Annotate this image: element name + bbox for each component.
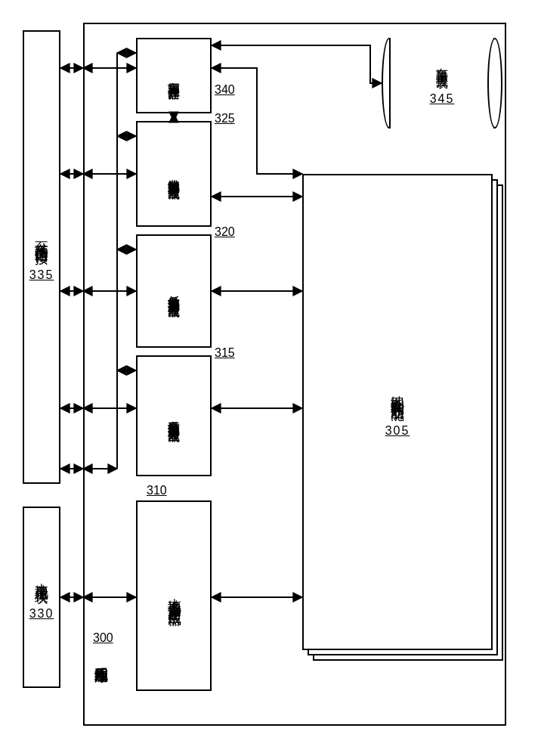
hq-touch-generator-num: 315: [215, 346, 235, 360]
lq-touch-generator-num: 320: [215, 225, 235, 239]
lq-touch-generator-label: 低质量车辆触摸屏用户界面生成器: [168, 286, 181, 297]
comm-interface-label: 至车辆的通信接口: [34, 231, 49, 243]
map-nav-label: 地图绘制和导航功能: [390, 385, 405, 398]
non-touch-generator-num: 325: [215, 112, 235, 125]
non-touch-generator-box: 非触摸屏车辆用户界面生成器: [136, 121, 212, 227]
diagram-canvas: 地图绘制应用程序 300 本地显示模块 330 至车辆的通信接口 335 地图绘…: [0, 0, 541, 756]
local-device-generator-num: 310: [147, 484, 167, 497]
local-display-module-label: 本地显示模块: [34, 572, 49, 581]
map-nav-num: 305: [385, 423, 410, 439]
vehicle-ui-selector-num: 340: [215, 83, 235, 97]
app-container-num: 300: [93, 631, 113, 645]
map-nav-box: 地图绘制和导航功能 305: [302, 174, 493, 650]
vehicle-ui-selector-box: 车辆用户界面选择器: [136, 38, 212, 113]
local-device-generator-label: 本地设备用户界面生成器: [167, 587, 182, 604]
lookup-table-label: 车辆显示查找表: [436, 58, 449, 69]
lq-touch-generator-box: 低质量车辆触摸屏用户界面生成器: [136, 234, 212, 348]
local-display-module-num: 330: [29, 606, 54, 622]
comm-interface-box: 至车辆的通信接口 335: [23, 30, 60, 484]
vehicle-ui-selector-label: 车辆用户界面选择器: [168, 73, 181, 79]
lookup-table-cylinder: 车辆显示查找表 345: [389, 38, 495, 129]
lookup-table-num: 345: [430, 91, 455, 107]
local-display-module-box: 本地显示模块 330: [23, 507, 60, 688]
local-device-generator-box: 本地设备用户界面生成器: [136, 500, 212, 691]
hq-touch-generator-label: 高质量车辆触摸屏用户界面生成器: [168, 411, 181, 422]
non-touch-generator-label: 非触摸屏车辆用户界面生成器: [168, 169, 181, 179]
comm-interface-num: 335: [29, 267, 54, 284]
hq-touch-generator-box: 高质量车辆触摸屏用户界面生成器: [136, 355, 212, 476]
